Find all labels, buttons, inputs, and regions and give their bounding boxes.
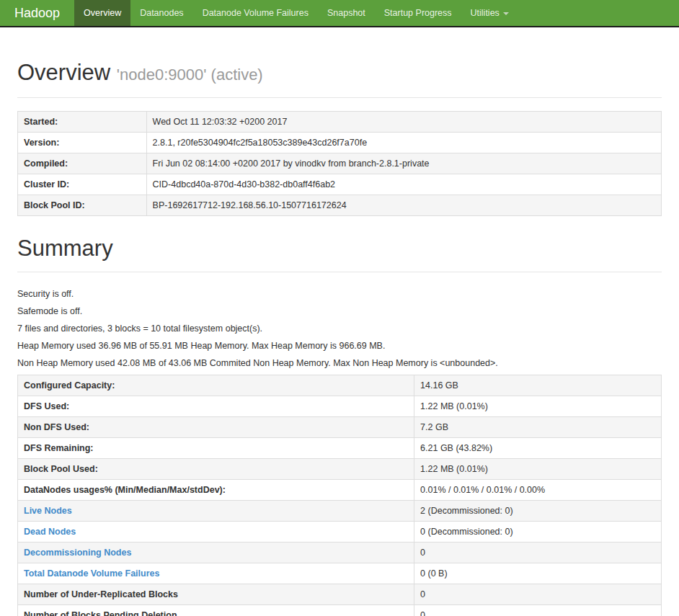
row-label: Dead Nodes bbox=[18, 522, 414, 543]
row-value: 0 bbox=[414, 584, 662, 605]
table-row: Cluster ID:CID-4dbcd40a-870d-4d30-b382-d… bbox=[18, 174, 662, 195]
row-value: 0 (Decommissioned: 0) bbox=[414, 522, 662, 543]
row-label: Total Datanode Volume Failures bbox=[18, 563, 414, 584]
row-label: Started: bbox=[18, 112, 147, 133]
table-row: Compiled:Fri Jun 02 08:14:00 +0200 2017 … bbox=[18, 153, 662, 174]
table-row: DFS Used:1.22 MB (0.01%) bbox=[18, 396, 662, 417]
nav-link-datanodes[interactable]: Datanodes bbox=[130, 0, 192, 26]
table-row: Configured Capacity:14.16 GB bbox=[18, 375, 662, 396]
row-label: Number of Blocks Pending Deletion bbox=[18, 605, 414, 616]
row-value: 2 (Decommissioned: 0) bbox=[414, 501, 662, 522]
row-label: Block Pool ID: bbox=[18, 195, 147, 216]
main-content: Overview 'node0:9000' (active) Started:W… bbox=[0, 61, 679, 616]
nav-link-label: Snapshot bbox=[327, 8, 365, 18]
row-value: Wed Oct 11 12:03:32 +0200 2017 bbox=[146, 112, 661, 133]
row-value: 0.01% / 0.01% / 0.01% / 0.00% bbox=[414, 480, 662, 501]
table-row: Version:2.8.1, r20fe5304904fc2f5a18053c3… bbox=[18, 133, 662, 153]
row-label: Decommissioning Nodes bbox=[18, 543, 414, 563]
summary-line: Safemode is off. bbox=[17, 305, 662, 317]
row-label: Non DFS Used: bbox=[18, 417, 414, 438]
nav-item-datanode-volume-failures: Datanode Volume Failures bbox=[193, 0, 318, 26]
table-row: Started:Wed Oct 11 12:03:32 +0200 2017 bbox=[18, 112, 662, 133]
page-title-text: Overview bbox=[17, 60, 110, 85]
nav-item-overview: Overview bbox=[74, 0, 130, 26]
table-row: Number of Under-Replicated Blocks0 bbox=[18, 584, 662, 605]
live-nodes-link[interactable]: Live Nodes bbox=[24, 506, 72, 516]
nav-link-label: Startup Progress bbox=[384, 8, 452, 18]
table-row: Live Nodes2 (Decommissioned: 0) bbox=[18, 501, 662, 522]
row-label: Live Nodes bbox=[18, 501, 414, 522]
navbar-menu: OverviewDatanodesDatanode Volume Failure… bbox=[74, 0, 518, 26]
summary-paragraphs: Security is off.Safemode is off.7 files … bbox=[17, 288, 662, 369]
total-datanode-volume-failures-link[interactable]: Total Datanode Volume Failures bbox=[24, 568, 159, 579]
table-row: Dead Nodes0 (Decommissioned: 0) bbox=[18, 522, 662, 543]
summary-table: Configured Capacity:14.16 GBDFS Used:1.2… bbox=[17, 375, 662, 616]
brand-link[interactable]: Hadoop bbox=[0, 0, 74, 26]
nav-link-label: Overview bbox=[84, 8, 121, 18]
summary-line: 7 files and directories, 3 blocks = 10 t… bbox=[17, 323, 662, 334]
namenode-address-subtitle: 'node0:9000' (active) bbox=[117, 66, 263, 84]
table-row: DFS Remaining:6.21 GB (43.82%) bbox=[18, 438, 662, 459]
decommissioning-nodes-link[interactable]: Decommissioning Nodes bbox=[24, 548, 131, 558]
nav-item-snapshot: Snapshot bbox=[318, 0, 375, 26]
row-value: 6.21 GB (43.82%) bbox=[414, 438, 662, 459]
row-value: 1.22 MB (0.01%) bbox=[414, 459, 662, 480]
dead-nodes-link[interactable]: Dead Nodes bbox=[24, 527, 76, 537]
row-label: Version: bbox=[18, 133, 147, 153]
row-label: DFS Used: bbox=[18, 396, 414, 417]
table-row: Number of Blocks Pending Deletion0 bbox=[18, 605, 662, 616]
chevron-down-icon bbox=[503, 12, 509, 15]
page-title: Overview 'node0:9000' (active) bbox=[17, 61, 662, 87]
table-row: Block Pool ID:BP-1692617712-192.168.56.1… bbox=[18, 195, 662, 216]
row-value: 0 bbox=[414, 543, 662, 563]
table-row: Decommissioning Nodes0 bbox=[18, 543, 662, 563]
summary-line: Security is off. bbox=[17, 288, 662, 300]
table-row: DataNodes usages% (Min/Median/Max/stdDev… bbox=[18, 480, 662, 501]
overview-header: Overview 'node0:9000' (active) bbox=[17, 61, 662, 98]
nav-item-datanodes: Datanodes bbox=[130, 0, 192, 26]
row-label: DFS Remaining: bbox=[18, 438, 414, 459]
row-label: Cluster ID: bbox=[18, 174, 147, 195]
table-row: Block Pool Used:1.22 MB (0.01%) bbox=[18, 459, 662, 480]
row-value: Fri Jun 02 08:14:00 +0200 2017 by vinodk… bbox=[146, 153, 661, 174]
nav-link-label: Utilities bbox=[471, 8, 500, 18]
summary-title: Summary bbox=[17, 236, 662, 261]
summary-line: Non Heap Memory used 42.08 MB of 43.06 M… bbox=[17, 357, 662, 369]
row-value: CID-4dbcd40a-870d-4d30-b382-db0aff4f6ab2 bbox=[146, 174, 661, 195]
top-navbar: Hadoop OverviewDatanodesDatanode Volume … bbox=[0, 0, 679, 27]
row-value: 7.2 GB bbox=[414, 417, 662, 438]
nav-link-utilities[interactable]: Utilities bbox=[461, 0, 518, 26]
row-value: 14.16 GB bbox=[414, 375, 662, 396]
row-value: 0 bbox=[414, 605, 662, 616]
overview-info-table: Started:Wed Oct 11 12:03:32 +0200 2017Ve… bbox=[17, 111, 662, 216]
nav-link-snapshot[interactable]: Snapshot bbox=[318, 0, 375, 26]
row-label: DataNodes usages% (Min/Median/Max/stdDev… bbox=[18, 480, 414, 501]
nav-link-datanode-volume-failures[interactable]: Datanode Volume Failures bbox=[193, 0, 318, 26]
table-row: Total Datanode Volume Failures0 (0 B) bbox=[18, 563, 662, 584]
summary-header: Summary bbox=[17, 236, 662, 272]
table-row: Non DFS Used:7.2 GB bbox=[18, 417, 662, 438]
nav-item-utilities: Utilities bbox=[461, 0, 518, 26]
row-label: Configured Capacity: bbox=[18, 375, 414, 396]
row-label: Number of Under-Replicated Blocks bbox=[18, 584, 414, 605]
nav-link-startup-progress[interactable]: Startup Progress bbox=[375, 0, 461, 26]
row-value: 1.22 MB (0.01%) bbox=[414, 396, 662, 417]
row-label: Block Pool Used: bbox=[18, 459, 414, 480]
row-value: 2.8.1, r20fe5304904fc2f5a18053c389e43cd2… bbox=[146, 133, 661, 153]
nav-link-overview[interactable]: Overview bbox=[74, 0, 130, 26]
row-label: Compiled: bbox=[18, 153, 147, 174]
nav-link-label: Datanode Volume Failures bbox=[203, 8, 309, 18]
nav-link-label: Datanodes bbox=[140, 8, 183, 18]
nav-item-startup-progress: Startup Progress bbox=[375, 0, 461, 26]
row-value: BP-1692617712-192.168.56.10-150771617262… bbox=[146, 195, 661, 216]
row-value: 0 (0 B) bbox=[414, 563, 662, 584]
summary-line: Heap Memory used 36.96 MB of 55.91 MB He… bbox=[17, 340, 662, 352]
